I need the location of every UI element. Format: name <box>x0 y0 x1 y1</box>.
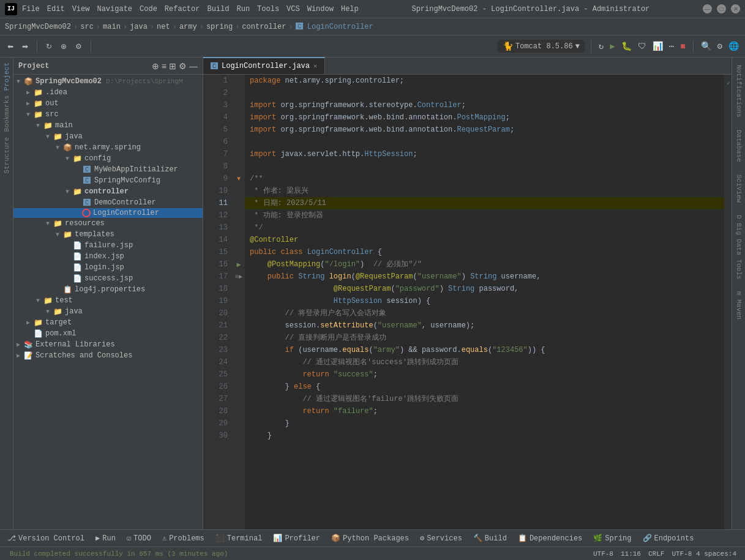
menu-bar[interactable]: File Edit View Navigate Code Refactor Bu… <box>22 5 359 13</box>
toolbar-help-icon[interactable]: 🌐 <box>727 40 740 53</box>
tree-item-extlibs[interactable]: ▶ 📚 External Libraries <box>13 339 203 350</box>
sidebar-close-btn[interactable]: — <box>189 61 198 71</box>
code-line[interactable]: @RequestParam("password") String passwor… <box>245 283 724 295</box>
scrollbar-indicator[interactable]: ✓ <box>724 75 732 529</box>
bottom-tab-endpoints[interactable]: 🔗 Endpoints <box>638 530 699 547</box>
menu-window[interactable]: Window <box>307 5 334 13</box>
code-line[interactable]: import javax.servlet.http.HttpSession; <box>245 148 724 160</box>
tree-item-test[interactable]: ▼ 📁 test <box>13 295 203 306</box>
tree-item-root[interactable]: ▼ 📦 SpringMvcDemo02 D:\Projects\SpringM <box>13 76 203 87</box>
maven-panel-icon[interactable]: m Maven <box>734 286 744 324</box>
breadcrumb-item[interactable]: SpringMvcDemo02 <box>5 23 71 31</box>
toolbar-debug-icon[interactable]: 🐛 <box>620 40 633 53</box>
breadcrumb-item[interactable]: 🅲 LoginController <box>296 22 373 31</box>
code-line[interactable]: * 作者: 梁辰兴 <box>245 185 724 197</box>
window-controls[interactable]: — □ ✕ <box>703 4 740 13</box>
breadcrumb-item[interactable]: spring <box>206 23 233 31</box>
toolbar-more-icon[interactable]: ⋯ <box>668 40 675 53</box>
sciview-panel-icon[interactable]: SciView <box>734 170 744 207</box>
code-line[interactable]: if (username.equals("army") && password.… <box>245 344 724 356</box>
menu-edit[interactable]: Edit <box>47 5 65 13</box>
code-line[interactable]: } else { <box>245 381 724 393</box>
bottom-tab-todo[interactable]: ☑ TODO <box>122 530 156 547</box>
code-line[interactable]: return "success"; <box>245 368 724 381</box>
code-line[interactable]: public String login(@RequestParam("usern… <box>245 271 724 283</box>
tab-close-icon[interactable]: ✕ <box>313 62 317 70</box>
tree-item-controller[interactable]: ▼ 📁 controller <box>13 186 203 197</box>
tree-item-templates[interactable]: ▼ 📁 templates <box>13 229 203 240</box>
minimize-button[interactable]: — <box>703 4 712 13</box>
line-col-item[interactable]: 11:16 <box>617 547 645 561</box>
code-line[interactable]: session.setAttribute("username", usernam… <box>245 319 724 332</box>
code-line[interactable]: } <box>245 417 724 430</box>
code-line[interactable]: // 通过逻辑视图名'failure'跳转到失败页面 <box>245 393 724 405</box>
tree-item-config[interactable]: ▼ 📁 config <box>13 153 203 164</box>
code-line[interactable] <box>245 87 724 99</box>
code-line[interactable]: /** <box>245 173 724 185</box>
code-line[interactable]: // 通过逻辑视图名'success'跳转到成功页面 <box>245 356 724 368</box>
toolbar-profile-icon[interactable]: 📊 <box>651 40 664 53</box>
toolbar-search-icon[interactable]: 🔍 <box>700 40 713 53</box>
bottom-tab-spring[interactable]: 🌿 Spring <box>588 530 636 547</box>
toolbar-sync-btn[interactable]: ↻ <box>43 41 54 52</box>
bigdata-panel-icon[interactable]: D Big Data Tools <box>734 210 744 285</box>
bottom-tab-versioncontrol[interactable]: ⎇ Version Control <box>2 530 89 547</box>
menu-view[interactable]: View <box>72 5 90 13</box>
tree-item-log4j[interactable]: 📋 log4j.properties <box>13 284 203 295</box>
code-editor[interactable]: package net.army.spring.controller; impo… <box>245 75 724 529</box>
bookmarks-icon[interactable]: Bookmarks <box>2 93 12 134</box>
code-line[interactable]: * 日期: 2023/5/11 <box>245 197 724 209</box>
tree-item-democontroller[interactable]: 🅲 DemoController <box>13 197 203 208</box>
toolbar-run-icon[interactable]: ▶ <box>608 40 616 53</box>
tree-item-failurejsp[interactable]: 📄 failure.jsp <box>13 240 203 251</box>
structure-icon[interactable]: Structure <box>2 135 12 176</box>
sidebar-actions[interactable]: ⊕ ≡ ⊞ ⚙ — <box>152 61 198 71</box>
tree-item-out[interactable]: ▶ 📁 out <box>13 98 203 109</box>
bottom-tab-pythonpackages[interactable]: 📦 Python Packages <box>326 530 414 547</box>
tree-item-main[interactable]: ▼ 📁 main <box>13 120 203 131</box>
code-line[interactable]: @Controller <box>245 234 724 246</box>
code-line[interactable]: package net.army.spring.controller; <box>245 75 724 87</box>
breadcrumb-item[interactable]: army <box>179 23 197 31</box>
bottom-tab-profiler[interactable]: 📊 Profiler <box>268 530 325 547</box>
tree-item-pkg[interactable]: ▼ 📦 net.army.spring <box>13 142 203 153</box>
breadcrumb-item[interactable]: net <box>157 23 170 31</box>
breadcrumb-item[interactable]: main <box>103 23 121 31</box>
tree-item-src[interactable]: ▼ 📁 src <box>13 109 203 120</box>
sidebar-expand-btn[interactable]: ⊞ <box>169 61 176 71</box>
tree-item-successjsp[interactable]: 📄 success.jsp <box>13 273 203 284</box>
database-panel-icon[interactable]: Database <box>734 125 744 167</box>
code-line[interactable] <box>245 160 724 173</box>
tree-item-testjava[interactable]: ▼ 📁 java <box>13 306 203 317</box>
menu-code[interactable]: Code <box>140 5 157 13</box>
sidebar-add-btn[interactable]: ⊕ <box>152 61 159 71</box>
editor-tab-logincontroller[interactable]: 🅲 LoginController.java ✕ <box>203 57 325 74</box>
tree-item-target[interactable]: ▶ 📁 target <box>13 317 203 328</box>
code-line[interactable]: public class LoginController { <box>245 246 724 258</box>
code-line[interactable]: */ <box>245 222 724 234</box>
breadcrumb-item[interactable]: java <box>130 23 148 31</box>
sidebar-settings-btn[interactable]: ⚙ <box>179 61 187 71</box>
menu-run[interactable]: Run <box>236 5 250 13</box>
menu-build[interactable]: Build <box>207 5 229 13</box>
tree-item-indexjsp[interactable]: 📄 index.jsp <box>13 251 203 262</box>
code-line[interactable]: } <box>245 430 724 442</box>
notifications-panel-icon[interactable]: Notifications <box>734 60 744 122</box>
code-line[interactable]: import org.springframework.web.bind.anno… <box>245 124 724 136</box>
project-panel-icon[interactable]: Project <box>2 60 12 93</box>
tree-item-resources[interactable]: ▼ 📁 resources <box>13 218 203 229</box>
code-line[interactable]: import org.springframework.stereotype.Co… <box>245 99 724 111</box>
close-button[interactable]: ✕ <box>731 4 740 13</box>
code-line[interactable]: * 功能: 登录控制器 <box>245 209 724 222</box>
menu-tools[interactable]: Tools <box>257 5 279 13</box>
toolbar-back-btn[interactable]: ⬅ <box>5 41 16 52</box>
toolbar-stop-icon[interactable]: ■ <box>679 40 686 53</box>
code-line[interactable]: // 直接判断用户是否登录成功 <box>245 332 724 344</box>
tree-item-logincontroller[interactable]: LoginController <box>13 208 203 218</box>
toolbar-refresh-icon[interactable]: ↻ <box>597 40 605 53</box>
toolbar-coverage-icon[interactable]: 🛡 <box>637 40 648 53</box>
toolbar-settings-btn[interactable]: ⚙ <box>73 41 84 52</box>
tree-item-pomxml[interactable]: 📄 pom.xml <box>13 328 203 339</box>
bottom-tab-build[interactable]: 🔨 Build <box>468 530 512 547</box>
tree-item-springmvcconfig[interactable]: 🅲 SpringMvcConfig <box>13 175 203 186</box>
